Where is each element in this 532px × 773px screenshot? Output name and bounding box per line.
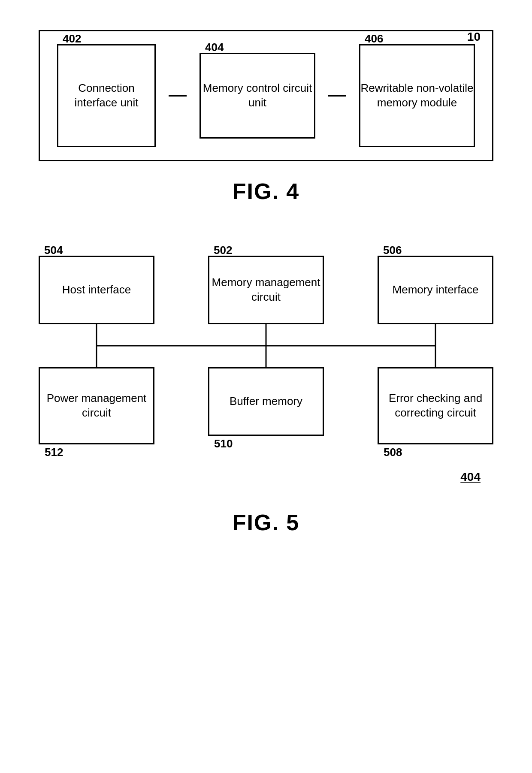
block-512-ref: 512 xyxy=(45,446,63,459)
fig5-ref-404: 404 xyxy=(39,470,493,484)
block-506-ref: 506 xyxy=(383,243,402,258)
block-510-ref: 510 xyxy=(214,437,233,450)
bottom-spacer xyxy=(39,444,493,466)
block-502-ref: 502 xyxy=(214,243,232,258)
block-508-text: Error checking and correcting circuit xyxy=(379,391,492,420)
block-406: 406 Rewritable non-volatile memory modul… xyxy=(359,44,475,147)
block-508: Error checking and correcting circuit xyxy=(378,367,493,444)
block-512-text: Power management circuit xyxy=(40,391,153,420)
block-502: 502 Memory management circuit xyxy=(208,256,324,324)
block-404-text: Memory control circuit unit xyxy=(201,81,314,110)
block-504: 504 Host interface xyxy=(39,256,154,324)
block-406-text: Rewritable non-volatile memory module xyxy=(360,81,474,110)
block-402: 402 Connection interface unit xyxy=(57,44,156,147)
fig4-title: FIG. 4 xyxy=(26,178,506,204)
block-508-ref: 508 xyxy=(384,446,402,459)
block-504-ref: 504 xyxy=(44,243,63,258)
connector-402-404 xyxy=(169,95,187,97)
block-510-text: Buffer memory xyxy=(230,394,302,409)
fig4-container: 10 402 Connection interface unit 404 Mem… xyxy=(26,30,506,161)
fig5-diagram: 504 Host interface 502 Memory management… xyxy=(39,239,493,484)
wrapper-510: Buffer memory 510 xyxy=(208,367,324,436)
connector-spacer xyxy=(39,324,493,367)
block-510: Buffer memory xyxy=(208,367,324,436)
block-402-ref: 402 xyxy=(63,32,81,46)
page-container: 10 402 Connection interface unit 404 Mem… xyxy=(0,0,532,773)
fig5-bottom-row: Power management circuit 512 Buffer memo… xyxy=(39,367,493,444)
block-506-text: Memory interface xyxy=(393,283,479,297)
block-404: 404 Memory control circuit unit xyxy=(200,53,315,139)
wrapper-502: 502 Memory management circuit xyxy=(208,256,324,324)
connector-404-406 xyxy=(328,95,346,97)
wrapper-512: Power management circuit 512 xyxy=(39,367,154,444)
wrapper-504: 504 Host interface xyxy=(39,256,154,324)
block-512: Power management circuit xyxy=(39,367,154,444)
block-504-text: Host interface xyxy=(62,283,131,297)
wrapper-506: 506 Memory interface xyxy=(378,256,493,324)
fig5-top-row: 504 Host interface 502 Memory management… xyxy=(39,239,493,324)
block-406-ref: 406 xyxy=(365,32,383,46)
wrapper-508: Error checking and correcting circuit 50… xyxy=(378,367,493,444)
fig5-container: 504 Host interface 502 Memory management… xyxy=(26,239,506,535)
block-502-text: Memory management circuit xyxy=(209,275,323,305)
block-404-ref: 404 xyxy=(205,40,224,55)
fig5-title: FIG. 5 xyxy=(26,510,506,535)
block-506: 506 Memory interface xyxy=(378,256,493,324)
fig4-outer-box: 402 Connection interface unit 404 Memory… xyxy=(39,30,493,161)
block-402-text: Connection interface unit xyxy=(58,81,154,110)
